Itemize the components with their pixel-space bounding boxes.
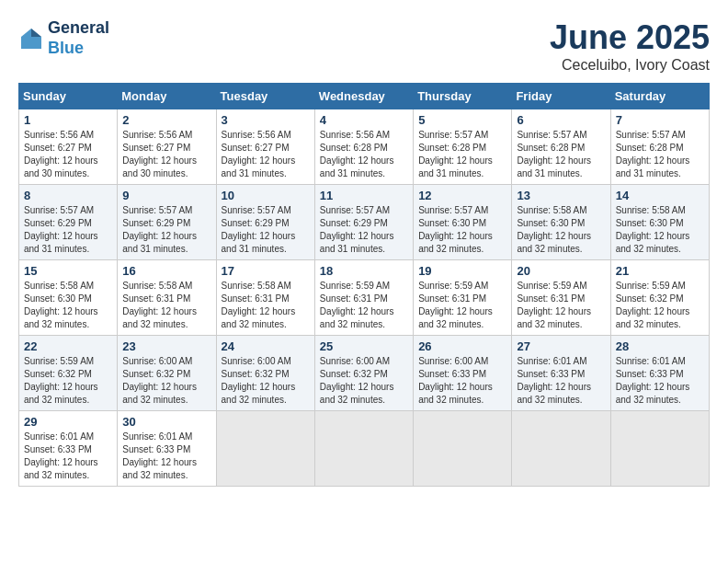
day-number: 21	[616, 264, 704, 278]
day-number: 7	[616, 113, 704, 127]
day-info: Sunrise: 6:01 AM Sunset: 6:33 PM Dayligh…	[517, 355, 605, 407]
day-info: Sunrise: 5:57 AM Sunset: 6:29 PM Dayligh…	[24, 204, 112, 256]
day-number: 1	[24, 113, 112, 127]
day-info: Sunrise: 6:01 AM Sunset: 6:33 PM Dayligh…	[616, 355, 704, 407]
weekday-header-row: Sunday Monday Tuesday Wednesday Thursday…	[19, 84, 710, 109]
day-number: 25	[320, 339, 408, 353]
day-info: Sunrise: 5:57 AM Sunset: 6:28 PM Dayligh…	[418, 129, 506, 180]
day-number: 29	[24, 415, 112, 429]
page-header: General Blue June 2025 Ceceluibo, Ivory …	[18, 18, 710, 74]
table-row: 27 Sunrise: 6:01 AM Sunset: 6:33 PM Dayl…	[512, 336, 610, 411]
table-row: 30 Sunrise: 6:01 AM Sunset: 6:33 PM Dayl…	[118, 411, 216, 487]
table-row: 8 Sunrise: 5:57 AM Sunset: 6:29 PM Dayli…	[19, 185, 118, 260]
logo-icon	[18, 26, 44, 52]
table-row: 29 Sunrise: 6:01 AM Sunset: 6:33 PM Dayl…	[19, 411, 118, 487]
title-area: June 2025 Ceceluibo, Ivory Coast	[550, 18, 710, 74]
day-number: 8	[24, 189, 112, 202]
table-row: 6 Sunrise: 5:57 AM Sunset: 6:28 PM Dayli…	[512, 109, 610, 185]
table-row: 20 Sunrise: 5:59 AM Sunset: 6:31 PM Dayl…	[512, 260, 610, 336]
day-info: Sunrise: 5:56 AM Sunset: 6:28 PM Dayligh…	[320, 129, 408, 180]
table-row: 13 Sunrise: 5:58 AM Sunset: 6:30 PM Dayl…	[512, 185, 610, 260]
calendar-title: June 2025	[550, 18, 710, 57]
header-thursday: Thursday	[414, 84, 512, 109]
day-info: Sunrise: 5:58 AM Sunset: 6:31 PM Dayligh…	[122, 280, 210, 331]
day-info: Sunrise: 5:57 AM Sunset: 6:28 PM Dayligh…	[517, 129, 605, 180]
table-row	[512, 411, 610, 487]
header-tuesday: Tuesday	[216, 84, 314, 109]
day-info: Sunrise: 5:56 AM Sunset: 6:27 PM Dayligh…	[24, 129, 112, 180]
header-sunday: Sunday	[19, 84, 118, 109]
table-row: 5 Sunrise: 5:57 AM Sunset: 6:28 PM Dayli…	[414, 109, 512, 185]
day-info: Sunrise: 6:00 AM Sunset: 6:32 PM Dayligh…	[122, 355, 210, 407]
table-row: 24 Sunrise: 6:00 AM Sunset: 6:32 PM Dayl…	[216, 336, 314, 411]
table-row: 3 Sunrise: 5:56 AM Sunset: 6:27 PM Dayli…	[216, 109, 314, 185]
table-row	[314, 411, 413, 487]
table-row: 22 Sunrise: 5:59 AM Sunset: 6:32 PM Dayl…	[19, 336, 118, 411]
table-row: 12 Sunrise: 5:57 AM Sunset: 6:30 PM Dayl…	[414, 185, 512, 260]
table-row: 25 Sunrise: 6:00 AM Sunset: 6:32 PM Dayl…	[314, 336, 413, 411]
day-number: 22	[24, 339, 112, 353]
table-row: 7 Sunrise: 5:57 AM Sunset: 6:28 PM Dayli…	[610, 109, 709, 185]
day-number: 19	[418, 264, 506, 278]
day-number: 6	[517, 113, 605, 127]
table-row: 28 Sunrise: 6:01 AM Sunset: 6:33 PM Dayl…	[610, 336, 709, 411]
day-info: Sunrise: 5:59 AM Sunset: 6:31 PM Dayligh…	[418, 280, 506, 331]
day-number: 9	[122, 189, 210, 202]
logo: General Blue	[18, 18, 109, 58]
day-number: 15	[24, 264, 112, 278]
logo-line2: Blue	[48, 39, 109, 59]
day-number: 2	[122, 113, 210, 127]
table-row: 19 Sunrise: 5:59 AM Sunset: 6:31 PM Dayl…	[414, 260, 512, 336]
svg-marker-1	[31, 29, 41, 37]
table-row: 21 Sunrise: 5:59 AM Sunset: 6:32 PM Dayl…	[610, 260, 709, 336]
calendar-row: 15 Sunrise: 5:58 AM Sunset: 6:30 PM Dayl…	[19, 260, 710, 336]
day-info: Sunrise: 6:01 AM Sunset: 6:33 PM Dayligh…	[24, 431, 112, 482]
day-info: Sunrise: 5:58 AM Sunset: 6:30 PM Dayligh…	[616, 204, 704, 256]
header-friday: Friday	[512, 84, 610, 109]
day-info: Sunrise: 5:59 AM Sunset: 6:32 PM Dayligh…	[24, 355, 112, 407]
table-row: 2 Sunrise: 5:56 AM Sunset: 6:27 PM Dayli…	[118, 109, 216, 185]
calendar-subtitle: Ceceluibo, Ivory Coast	[550, 57, 710, 74]
day-number: 17	[222, 264, 310, 278]
day-info: Sunrise: 5:56 AM Sunset: 6:27 PM Dayligh…	[122, 129, 210, 180]
table-row: 17 Sunrise: 5:58 AM Sunset: 6:31 PM Dayl…	[216, 260, 314, 336]
logo-line1: General	[48, 18, 109, 39]
day-number: 12	[418, 189, 506, 202]
header-monday: Monday	[118, 84, 216, 109]
day-number: 18	[320, 264, 408, 278]
day-info: Sunrise: 6:01 AM Sunset: 6:33 PM Dayligh…	[122, 431, 210, 482]
table-row	[610, 411, 709, 487]
table-row: 9 Sunrise: 5:57 AM Sunset: 6:29 PM Dayli…	[118, 185, 216, 260]
day-number: 28	[616, 339, 704, 353]
table-row: 14 Sunrise: 5:58 AM Sunset: 6:30 PM Dayl…	[610, 185, 709, 260]
day-number: 20	[517, 264, 605, 278]
day-info: Sunrise: 5:57 AM Sunset: 6:29 PM Dayligh…	[320, 204, 408, 256]
day-number: 26	[418, 339, 506, 353]
day-info: Sunrise: 5:59 AM Sunset: 6:31 PM Dayligh…	[517, 280, 605, 331]
day-info: Sunrise: 6:00 AM Sunset: 6:33 PM Dayligh…	[418, 355, 506, 407]
day-info: Sunrise: 5:59 AM Sunset: 6:32 PM Dayligh…	[616, 280, 704, 331]
day-info: Sunrise: 5:57 AM Sunset: 6:29 PM Dayligh…	[122, 204, 210, 256]
calendar-row: 22 Sunrise: 5:59 AM Sunset: 6:32 PM Dayl…	[19, 336, 710, 411]
table-row: 18 Sunrise: 5:59 AM Sunset: 6:31 PM Dayl…	[314, 260, 413, 336]
table-row: 1 Sunrise: 5:56 AM Sunset: 6:27 PM Dayli…	[19, 109, 118, 185]
day-number: 23	[122, 339, 210, 353]
calendar-row: 8 Sunrise: 5:57 AM Sunset: 6:29 PM Dayli…	[19, 185, 710, 260]
day-info: Sunrise: 5:57 AM Sunset: 6:28 PM Dayligh…	[616, 129, 704, 180]
day-number: 16	[122, 264, 210, 278]
table-row: 10 Sunrise: 5:57 AM Sunset: 6:29 PM Dayl…	[216, 185, 314, 260]
day-number: 24	[222, 339, 310, 353]
table-row	[216, 411, 314, 487]
day-number: 3	[222, 113, 310, 127]
table-row: 23 Sunrise: 6:00 AM Sunset: 6:32 PM Dayl…	[118, 336, 216, 411]
table-row	[414, 411, 512, 487]
header-wednesday: Wednesday	[314, 84, 413, 109]
day-number: 4	[320, 113, 408, 127]
day-number: 11	[320, 189, 408, 202]
day-info: Sunrise: 5:58 AM Sunset: 6:31 PM Dayligh…	[222, 280, 310, 331]
table-row: 15 Sunrise: 5:58 AM Sunset: 6:30 PM Dayl…	[19, 260, 118, 336]
day-number: 30	[122, 415, 210, 429]
day-info: Sunrise: 5:57 AM Sunset: 6:29 PM Dayligh…	[222, 204, 310, 256]
calendar-table: Sunday Monday Tuesday Wednesday Thursday…	[18, 83, 710, 487]
table-row: 4 Sunrise: 5:56 AM Sunset: 6:28 PM Dayli…	[314, 109, 413, 185]
